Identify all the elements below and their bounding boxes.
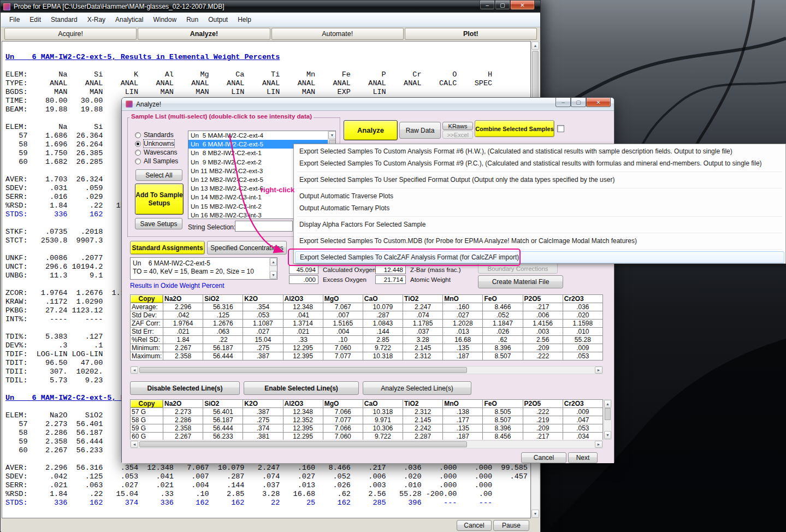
minimize-icon[interactable]: – [555,98,571,107]
dialog-cancel-button[interactable]: Cancel [521,452,566,463]
sample-list-item[interactable]: Un 5 MAM-IW2-C2-ext-4 [188,131,335,140]
table-row[interactable]: Std Err:.021.063.027.021.004.144.037.013… [131,328,603,336]
scroll-down-icon[interactable]: ▼ [328,131,336,139]
pause-button[interactable]: Pause [493,520,529,531]
scroll-up-icon[interactable]: ▲ [270,258,277,266]
dialog-title-bar[interactable]: Analyze! – ▢ ✕ [122,98,614,111]
value-cell: 1.9764 [163,320,203,328]
combine-selected-samples-button[interactable]: Combine Selected Samples [475,120,554,137]
dialog-next-button[interactable]: Next [568,452,598,463]
lines-vertical-scrollbar[interactable]: ▲ ▼ [604,399,612,440]
table-row[interactable]: ZAF Corr:1.97641.26761.10871.37141.51651… [131,320,603,328]
sample-description-scrollbar[interactable]: ▲ ▼ [269,258,277,279]
header-row: CopyNa2OSiO2K2OAl2O3MgOCaOTiO2MnOFeOP2O5… [131,400,603,408]
table-row[interactable]: 57 G2.27356.401.38712.3487.06610.3182.31… [131,408,603,416]
toolbar-automate-button[interactable]: Automate! [271,28,404,40]
row-label: ZAF Corr: [131,320,163,328]
menu-help[interactable]: Help [233,14,256,25]
enable-selected-lines-button[interactable]: Enable Selected Line(s) [244,381,359,395]
scroll-thumb[interactable] [532,51,539,98]
scroll-left-icon[interactable]: ◄ [131,441,138,448]
table-row[interactable]: Average:2.29656.316.35412.3487.06710.079… [131,303,603,311]
value-cell: .219 [523,416,563,424]
specified-concentrations-button[interactable]: Specified Concentrations [207,241,287,255]
table-row[interactable]: 59 G2.35856.444.37412.3957.06610.3062.24… [131,424,603,433]
maximize-icon[interactable]: ▢ [571,98,586,107]
analyze-selected-lines-button[interactable]: Analyze Selected Line(s) [363,381,471,395]
sample-description-box[interactable]: Un 6 MAM-IW2-C2-ext-5 TO = 40, KeV = 15,… [130,257,277,280]
save-setups-button[interactable]: Save Setups [135,218,182,229]
scroll-down-icon[interactable]: ▼ [531,510,539,518]
table-row[interactable]: 58 G2.28656.187.27512.3527.0779.9712.145… [131,416,603,424]
menu-analytical[interactable]: Analytical [110,14,148,25]
radio-standards[interactable]: Standards [135,131,178,139]
create-material-file-button[interactable]: Create Material File [478,275,563,288]
context-menu-item[interactable]: Export Selected Samples To User Specifie… [294,174,785,186]
scroll-thumb[interactable] [139,367,467,373]
copy-button[interactable]: Copy [131,400,163,408]
value-cell: 7.077 [323,352,363,360]
scroll-right-icon[interactable]: ► [595,367,602,374]
close-icon[interactable]: ✕ [510,1,535,10]
standard-assignments-button[interactable]: Standard Assignments [130,241,205,255]
select-all-button[interactable]: Select All [135,169,182,181]
string-selection-input[interactable] [235,221,293,232]
main-title-bar[interactable]: Probe for EPMA [C:\UserData\Hammer\MAM-g… [1,1,540,13]
table-row[interactable]: 60 G2.26756.233.38112.2957.0609.7222.287… [131,433,603,440]
menu-separator [294,247,785,251]
toolbar-plot-button[interactable]: Plot! [405,28,537,40]
context-menu-item[interactable]: Export Selected Samples To Custom Analys… [294,145,785,157]
table-row[interactable]: Std Dev:.042.125.053.041.007.287.074.027… [131,311,603,320]
copy-button[interactable]: Copy [131,295,163,303]
minimize-icon[interactable]: – [480,1,495,10]
scroll-up-icon[interactable]: ▲ [531,42,539,50]
menu-window[interactable]: Window [148,14,181,25]
sample-description-line: Un 6 MAM-IW2-C2-ext-5 [133,259,275,268]
radio-unknowns[interactable]: Unknowns [135,139,178,148]
raw-data-button[interactable]: Raw Data [399,122,441,139]
scroll-thumb[interactable] [139,441,467,447]
scroll-right-icon[interactable]: ► [595,441,602,448]
context-menu-item[interactable]: Display Alpha Factors For Selected Sampl… [294,218,785,230]
results-mode-label[interactable]: Results in Oxide Weight Percent [130,282,224,289]
scroll-thumb[interactable] [605,408,611,420]
close-icon[interactable]: ✕ [586,98,611,107]
radio-wavescans[interactable]: Wavescans [135,148,178,157]
context-menu-item[interactable]: Export Selected Samples To Custom.MDB (f… [294,235,785,247]
excel-export-button: >>Excel [442,131,473,139]
toolbar-acquire-button[interactable]: Acquire! [4,28,137,40]
menu-edit[interactable]: Edit [25,14,46,25]
value-cell: 3.28 [403,336,443,344]
context-menu-item[interactable]: Output Automatic Ternary Plots [294,202,785,214]
context-menu-item[interactable]: Export Selected Samples To Custom Analys… [294,157,785,169]
menu-xray[interactable]: X-Ray [82,14,110,25]
table-row[interactable]: Minimum:2.26756.187.27512.2957.0609.7222… [131,344,603,352]
disable-selected-lines-button[interactable]: Disable Selected Line(s) [130,381,240,395]
menu-file[interactable]: File [4,14,25,25]
add-to-sample-setups-button[interactable]: Add To Sample Setups [135,184,184,215]
scroll-up-icon[interactable]: ▲ [604,400,611,408]
value-cell: 2.242 [403,424,443,433]
menu-run[interactable]: Run [181,14,203,25]
table-row[interactable]: %Rel SD:1.84.2215.04.33.102.853.2816.68.… [131,336,603,344]
stats-horizontal-scrollbar[interactable]: ◄ ► [130,366,603,374]
scroll-left-icon[interactable]: ◄ [131,367,138,374]
cancel-button[interactable]: Cancel [457,520,492,531]
row-label: 58 G [131,416,163,424]
lines-horizontal-scrollbar[interactable]: ◄ ► [130,440,603,448]
context-menu-item[interactable]: Export Selected Samples To CalcZAF Analy… [295,251,784,263]
maximize-icon[interactable]: ▢ [495,1,510,10]
scroll-down-icon[interactable]: ▼ [270,271,277,279]
menu-output[interactable]: Output [203,14,233,25]
main-caption-buttons: – ▢ ✕ [480,1,535,10]
radio-all-samples[interactable]: All Samples [135,157,178,165]
combine-checkbox[interactable] [557,125,564,132]
sample-type-radio-group: StandardsUnknownsWavescansAll Samples [135,131,178,165]
menu-standard[interactable]: Standard [46,14,82,25]
kraws-button[interactable]: KRaws [442,122,473,130]
toolbar-analyze-button[interactable]: Analyze! [138,28,270,40]
table-row[interactable]: Maximum:2.35856.444.38712.3957.07710.318… [131,352,603,360]
analyze-button[interactable]: Analyze [344,120,398,140]
scroll-down-icon[interactable]: ▼ [604,431,611,439]
context-menu-item[interactable]: Output Automatic Traverse Plots [294,190,785,202]
